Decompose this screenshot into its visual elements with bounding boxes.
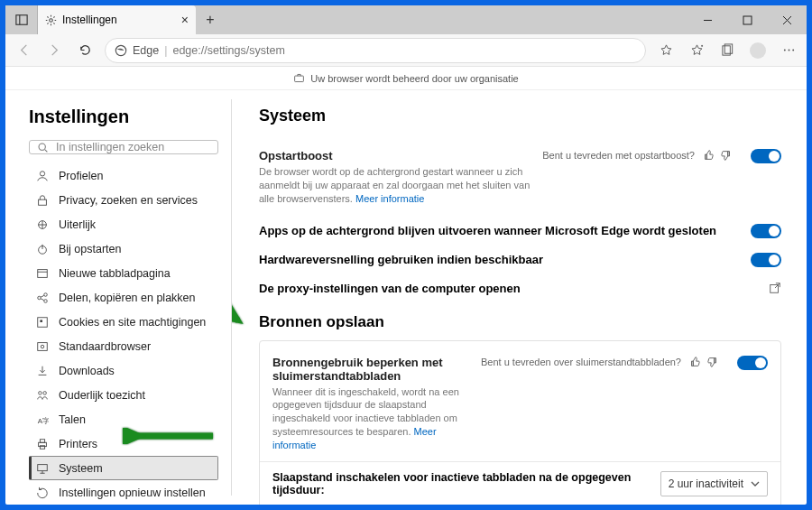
svg-rect-19	[39, 199, 47, 205]
sidebar-item-opstarten[interactable]: Bij opstarten	[29, 236, 218, 261]
section-bronnen: Bronnen opslaan	[259, 313, 781, 331]
briefcase-icon	[293, 72, 305, 84]
sidebar-item-printers[interactable]: Printers	[29, 431, 218, 456]
printer-icon	[35, 438, 50, 450]
profile-icon	[35, 170, 50, 182]
favorites-bar-button[interactable]	[682, 37, 711, 64]
share-icon	[35, 292, 50, 304]
page-title: Systeem	[259, 107, 781, 125]
sidebar-item-delen[interactable]: Delen, kopiëren en plakken	[29, 285, 218, 310]
minimize-button[interactable]	[687, 5, 727, 34]
svg-point-34	[39, 391, 42, 394]
titlebar: Instellingen × +	[5, 5, 807, 34]
svg-point-13	[788, 50, 789, 51]
system-icon	[35, 462, 50, 475]
window-controls	[687, 5, 807, 34]
toggle-opstartboost[interactable]	[751, 149, 781, 163]
sidebar: Instellingen In instellingen zoeken Prof…	[5, 90, 231, 505]
thumbs-up-icon[interactable]	[688, 356, 701, 368]
collections-button[interactable]	[713, 37, 742, 64]
setting-opstartboost: Opstartboost De browser wordt op de acht…	[259, 144, 781, 217]
addr-separator: |	[164, 44, 167, 57]
sidebar-item-uiterlijk[interactable]: Uiterlijk	[29, 212, 218, 236]
thumbs-up-icon[interactable]	[702, 149, 715, 162]
sidebar-item-talen[interactable]: A字Talen	[29, 407, 218, 431]
lock-icon	[35, 194, 50, 207]
family-icon	[35, 389, 50, 402]
sidebar-item-nieuwetab[interactable]: Nieuwe tabbladpagina	[29, 261, 218, 285]
appearance-icon	[35, 218, 50, 231]
svg-rect-0	[15, 15, 26, 25]
feedback-label-sleep: Bent u tevreden over sluimerstandtabblad…	[481, 357, 681, 367]
thumbs-down-icon[interactable]	[720, 149, 733, 162]
sidebar-item-downloads[interactable]: Downloads	[29, 358, 218, 383]
svg-point-2	[50, 18, 53, 22]
edge-icon	[115, 44, 127, 57]
sidebar-item-profielen[interactable]: Profielen	[29, 163, 218, 188]
newtab-icon	[35, 267, 50, 280]
toolbar: Edge | edge://settings/system	[5, 34, 807, 67]
svg-point-16	[39, 144, 45, 150]
external-link-icon	[769, 282, 781, 294]
chevron-down-icon	[751, 479, 760, 488]
feedback-label: Bent u tevreden met opstartboost?	[542, 150, 695, 161]
sidebar-item-reset[interactable]: Instellingen opnieuw instellen	[29, 480, 218, 505]
toggle-sleep-tabs[interactable]	[737, 356, 768, 370]
refresh-button[interactable]	[70, 37, 99, 64]
svg-point-27	[44, 299, 48, 302]
svg-rect-39	[40, 439, 44, 442]
svg-rect-15	[295, 76, 304, 82]
sidebar-item-cookies[interactable]: Cookies en site machtigingen	[29, 310, 218, 334]
close-tab-icon[interactable]: ×	[181, 13, 189, 27]
thumbs-down-icon[interactable]	[706, 356, 719, 368]
svg-point-7	[115, 45, 125, 55]
sidebar-title: Instellingen	[29, 107, 218, 127]
back-button[interactable]	[9, 37, 38, 64]
reset-icon	[35, 487, 50, 499]
profile-button[interactable]	[743, 37, 772, 64]
toggle-bg-apps[interactable]	[751, 224, 781, 238]
link-meer-informatie[interactable]: Meer informatie	[355, 193, 424, 204]
setting-bg-apps: Apps op de achtergrond blijven uitvoeren…	[259, 217, 781, 246]
svg-line-29	[41, 298, 44, 300]
browser-tab[interactable]: Instellingen ×	[38, 5, 196, 34]
duration-select[interactable]: 2 uur inactiviteit	[660, 471, 768, 496]
tab-shelf-icon[interactable]	[5, 5, 38, 34]
gear-icon	[45, 14, 57, 26]
search-placeholder: In instellingen zoeken	[56, 141, 164, 153]
svg-point-33	[41, 345, 44, 348]
sidebar-nav: Profielen Privacy, zoeken en services Ui…	[29, 163, 218, 505]
language-icon: A字	[35, 413, 50, 426]
address-bar[interactable]: Edge | edge://settings/system	[105, 38, 646, 63]
addr-edge-label: Edge	[133, 44, 159, 57]
sidebar-item-privacy[interactable]: Privacy, zoeken en services	[29, 188, 218, 212]
maximize-button[interactable]	[727, 5, 767, 34]
sidebar-item-systeem[interactable]: Systeem	[29, 456, 218, 480]
new-tab-button[interactable]: +	[196, 5, 225, 34]
svg-point-12	[783, 50, 785, 51]
sidebar-item-standaard[interactable]: Standaardbrowser	[29, 334, 218, 358]
sidebar-item-ouderlijk[interactable]: Ouderlijk toezicht	[29, 383, 218, 407]
svg-rect-31	[40, 320, 42, 322]
close-window-button[interactable]	[767, 5, 807, 34]
search-icon	[37, 142, 49, 153]
svg-point-18	[40, 171, 44, 175]
setting-proxy[interactable]: De proxy-instellingen van de computer op…	[259, 274, 781, 302]
sidebar-search[interactable]: In instellingen zoeken	[29, 140, 218, 154]
svg-text:字: 字	[42, 416, 49, 424]
toggle-hw-accel[interactable]	[751, 253, 781, 267]
cookies-icon	[35, 316, 50, 329]
menu-button[interactable]	[774, 37, 803, 64]
svg-point-26	[44, 292, 48, 296]
svg-point-25	[38, 296, 42, 300]
main: Systeem Opstartboost De browser wordt op…	[232, 90, 807, 505]
power-icon	[35, 243, 50, 255]
svg-point-35	[43, 391, 47, 394]
svg-rect-32	[38, 342, 48, 350]
favorite-button[interactable]	[651, 37, 680, 64]
card-sleep-tabs: Bronnengebruik beperken met sluimerstand…	[259, 340, 781, 505]
setting-hw-accel: Hardwareversnelling gebruiken indien bes…	[259, 246, 781, 274]
org-banner: Uw browser wordt beheerd door uw organis…	[5, 67, 807, 90]
download-icon	[35, 365, 50, 377]
forward-button[interactable]	[40, 37, 69, 64]
